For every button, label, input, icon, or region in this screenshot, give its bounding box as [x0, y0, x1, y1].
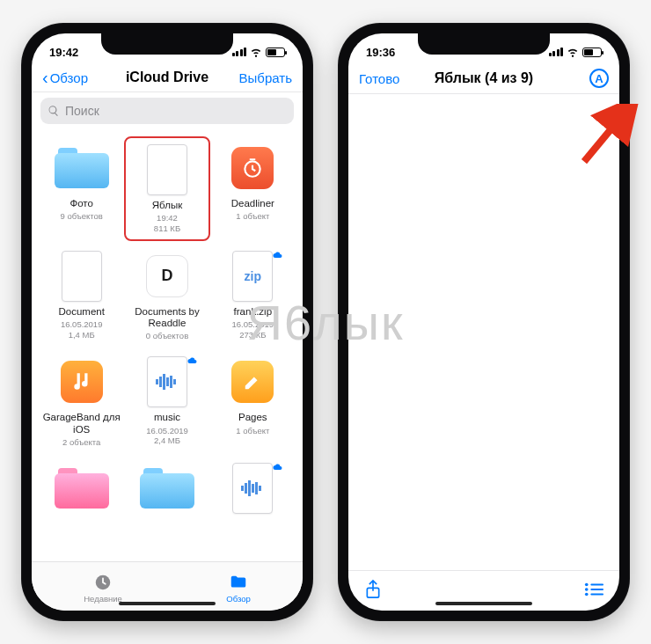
status-time: 19:42 [49, 46, 78, 59]
file-item[interactable]: zipfrank.zip16.05.2019273 КБ [212, 246, 294, 345]
file-item[interactable]: Яблык19:42811 КБ [126, 138, 208, 239]
battery-icon [266, 48, 285, 57]
svg-rect-12 [259, 486, 261, 491]
svg-rect-9 [248, 480, 251, 496]
page-title: iCloud Drive [126, 70, 208, 85]
file-item[interactable]: Фото9 объектов [40, 138, 122, 239]
svg-rect-1 [156, 379, 158, 384]
status-time: 19:36 [366, 46, 395, 59]
notch [101, 33, 233, 55]
file-name: music [154, 412, 180, 423]
svg-rect-21 [590, 593, 603, 595]
search-placeholder: Поиск [65, 104, 99, 118]
folder-icon [229, 573, 248, 592]
markup-icon: A [589, 69, 609, 88]
svg-point-20 [585, 592, 589, 596]
clock-icon [93, 573, 113, 592]
share-button[interactable] [364, 579, 382, 604]
tab-recent-label: Недавние [84, 594, 122, 604]
wifi-icon [567, 46, 579, 58]
chevron-left-icon: ‹ [42, 69, 48, 86]
svg-rect-7 [241, 486, 244, 491]
svg-rect-19 [590, 589, 603, 590]
file-name: frank.zip [234, 306, 272, 318]
file-meta: 2 объекта [62, 437, 100, 448]
notch [418, 33, 550, 55]
file-meta: 0 объектов [146, 331, 188, 341]
svg-point-16 [585, 582, 589, 586]
svg-rect-6 [173, 379, 176, 384]
back-button[interactable]: ‹ Обзор [42, 69, 106, 86]
phone-left: 19:42 ‹ Обзор iCloud Drive Выбрать Поиск… [21, 23, 313, 621]
nav-bar: ‹ Обзор iCloud Drive Выбрать [32, 65, 303, 92]
home-indicator[interactable] [435, 602, 532, 605]
search-input[interactable]: Поиск [40, 98, 294, 124]
back-label: Обзор [50, 70, 88, 85]
svg-rect-17 [590, 583, 603, 585]
file-name: Pages [238, 412, 267, 423]
svg-rect-3 [163, 374, 165, 390]
tab-browse[interactable]: Обзор [226, 573, 250, 604]
cell-signal-icon [549, 48, 564, 56]
svg-rect-8 [245, 483, 247, 494]
svg-point-18 [585, 588, 589, 591]
file-item[interactable]: Document16.05.20191,4 МБ [40, 246, 122, 345]
file-meta: 16.05.2019273 КБ [232, 319, 274, 340]
svg-rect-5 [170, 376, 172, 388]
file-meta: 1 объект [236, 426, 269, 436]
list-icon [584, 582, 603, 597]
wifi-icon [250, 46, 262, 58]
file-name: Яблык [152, 200, 182, 211]
file-meta: 16.05.20192,4 МБ [146, 426, 188, 447]
callout-arrow [570, 104, 640, 178]
svg-rect-11 [255, 482, 258, 494]
search-icon [48, 105, 60, 117]
tab-recent[interactable]: Недавние [84, 573, 122, 604]
select-button[interactable]: Выбрать [229, 70, 292, 85]
tab-browse-label: Обзор [226, 594, 250, 604]
share-icon [364, 579, 382, 600]
home-indicator[interactable] [119, 602, 216, 605]
page-title: Яблык (4 из 9) [435, 70, 533, 86]
list-button[interactable] [584, 582, 603, 601]
file-item[interactable]: Pages1 объект [212, 352, 294, 450]
battery-icon [582, 48, 602, 57]
cell-signal-icon [232, 48, 247, 56]
file-meta: 16.05.20191,4 МБ [61, 319, 103, 340]
file-grid[interactable]: Фото9 объектовЯблык19:42811 КБDeadliner1… [32, 129, 303, 561]
file-name: Deadliner [231, 198, 274, 209]
nav-bar: Готово Яблык (4 из 9) A [348, 65, 619, 94]
file-name: Documents by Readdle [128, 306, 206, 329]
file-name: GarageBand для iOS [42, 412, 121, 435]
done-button[interactable]: Готово [359, 71, 422, 86]
file-meta: 19:42811 КБ [154, 213, 180, 234]
file-item[interactable]: Deadliner1 объект [212, 138, 294, 239]
file-item[interactable]: music16.05.20192,4 МБ [126, 352, 208, 450]
file-name: Document [58, 306, 104, 318]
svg-line-14 [584, 113, 625, 162]
file-name: Фото [69, 198, 92, 209]
file-item[interactable] [212, 458, 294, 523]
file-item[interactable]: GarageBand для iOS2 объекта [40, 352, 122, 450]
markup-button[interactable]: A [545, 69, 609, 88]
file-item[interactable] [126, 458, 208, 523]
svg-rect-2 [159, 377, 162, 387]
file-meta: 1 объект [236, 211, 269, 222]
file-item[interactable] [40, 458, 122, 523]
svg-rect-4 [166, 377, 169, 386]
file-meta: 9 объектов [60, 211, 102, 222]
phone-right: 19:36 Готово Яблык (4 из 9) A [338, 23, 630, 621]
file-item[interactable]: DDocuments by Readdle0 объектов [126, 246, 208, 345]
svg-rect-10 [252, 484, 254, 493]
